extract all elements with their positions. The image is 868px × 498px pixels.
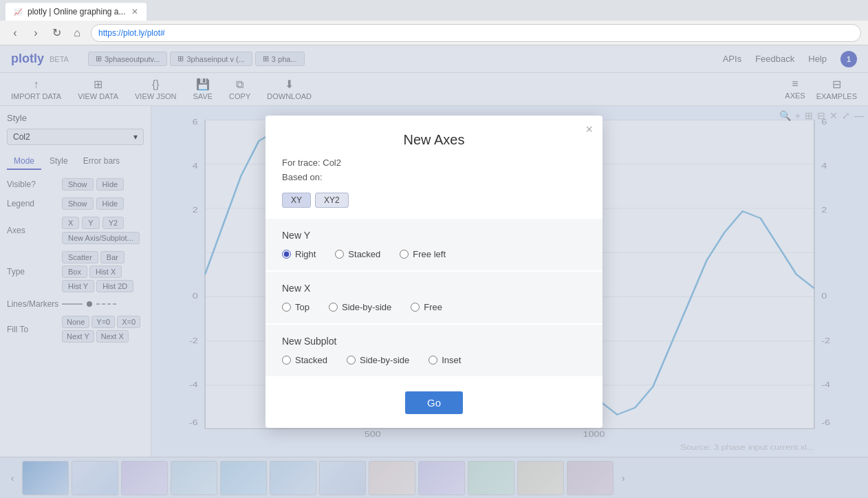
new-x-sidebyside-radio[interactable]	[329, 303, 338, 312]
new-y-freeleft-option[interactable]: Free left	[400, 249, 446, 259]
modal-overlay: × New Axes For trace: Col2 Based on: XY …	[0, 45, 868, 498]
home-button[interactable]: ⌂	[69, 25, 85, 41]
modal-tab-xy[interactable]: XY	[282, 193, 311, 208]
new-y-right-label: Right	[295, 249, 316, 259]
new-x-top-label: Top	[295, 302, 310, 312]
new-y-stacked-label: Stacked	[348, 249, 380, 259]
tab-favicon: 📈	[14, 8, 22, 16]
new-y-stacked-radio[interactable]	[335, 250, 344, 259]
address-bar[interactable]: https://plot.ly/plot#	[91, 24, 861, 42]
subplot-sidebyside-label: Side-by-side	[360, 355, 409, 365]
new-subplot-title: New Subplot	[282, 336, 586, 347]
modal-footer: Go	[265, 378, 603, 428]
new-y-right-radio[interactable]	[282, 250, 291, 259]
new-y-section: New Y Right Stacked Free left	[265, 219, 603, 270]
new-x-sidebyside-option[interactable]: Side-by-side	[329, 302, 391, 312]
subplot-sidebyside-radio[interactable]	[347, 356, 356, 365]
based-on-label: Based on:	[282, 172, 323, 182]
modal-close-button[interactable]: ×	[585, 122, 593, 137]
new-subplot-section: New Subplot Stacked Side-by-side Inset	[265, 325, 603, 376]
new-x-free-radio[interactable]	[411, 303, 420, 312]
new-y-options: Right Stacked Free left	[282, 249, 586, 259]
subplot-sidebyside-option[interactable]: Side-by-side	[347, 355, 409, 365]
browser-address-bar: ‹ › ↻ ⌂ https://plot.ly/plot#	[0, 21, 868, 45]
modal-meta: For trace: Col2 Based on:	[265, 156, 603, 193]
for-trace-label: For trace:	[282, 158, 321, 168]
new-x-title: New X	[282, 283, 586, 294]
new-x-free-label: Free	[424, 302, 442, 312]
new-y-freeleft-radio[interactable]	[400, 250, 409, 259]
modal-tabs: XY XY2	[265, 193, 603, 219]
new-x-free-option[interactable]: Free	[411, 302, 442, 312]
modal-title: New Axes	[265, 116, 603, 156]
subplot-inset-radio[interactable]	[428, 356, 437, 365]
browser-nav-controls: ‹ › ↻ ⌂	[7, 25, 85, 41]
subplot-stacked-radio[interactable]	[282, 356, 291, 365]
back-button[interactable]: ‹	[7, 25, 23, 41]
refresh-button[interactable]: ↻	[48, 25, 65, 41]
new-y-title: New Y	[282, 230, 586, 241]
browser-tab-bar: 📈 plotly | Online graphing a... ✕	[0, 0, 868, 21]
new-x-top-option[interactable]: Top	[282, 302, 310, 312]
new-y-right-option[interactable]: Right	[282, 249, 316, 259]
subplot-stacked-label: Stacked	[295, 355, 327, 365]
new-x-section: New X Top Side-by-side Free	[265, 272, 603, 323]
modal-tab-xy2[interactable]: XY2	[315, 193, 349, 208]
subplot-inset-option[interactable]: Inset	[428, 355, 461, 365]
subplot-stacked-option[interactable]: Stacked	[282, 355, 327, 365]
url-text: https://plot.ly/plot#	[98, 28, 165, 38]
new-x-top-radio[interactable]	[282, 303, 291, 312]
tab-title: plotly | Online graphing a...	[28, 7, 126, 17]
app-container: plotly BETA ⊞ 3phaseoutputv... ⊞ 3phasei…	[0, 45, 868, 498]
for-trace-value: Col2	[323, 158, 341, 168]
new-x-sidebyside-label: Side-by-side	[342, 302, 391, 312]
browser-tab[interactable]: 📈 plotly | Online graphing a... ✕	[6, 3, 147, 21]
go-button[interactable]: Go	[405, 391, 463, 414]
new-y-stacked-option[interactable]: Stacked	[335, 249, 380, 259]
subplot-inset-label: Inset	[442, 355, 461, 365]
tab-close-button[interactable]: ✕	[131, 7, 138, 17]
new-axes-modal: × New Axes For trace: Col2 Based on: XY …	[265, 116, 603, 429]
new-y-freeleft-label: Free left	[413, 249, 446, 259]
new-subplot-options: Stacked Side-by-side Inset	[282, 355, 586, 365]
forward-button[interactable]: ›	[28, 25, 44, 41]
new-x-options: Top Side-by-side Free	[282, 302, 586, 312]
